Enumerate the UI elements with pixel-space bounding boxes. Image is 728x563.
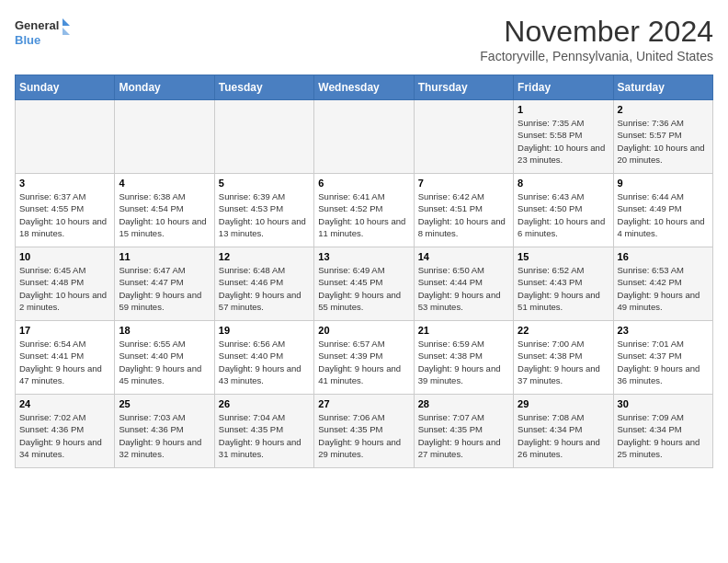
day-number: 4 [119, 178, 210, 189]
day-number: 24 [19, 398, 110, 409]
day-info: Sunrise: 7:03 AMSunset: 4:36 PMDaylight:… [119, 411, 210, 460]
calendar-cell [214, 100, 313, 174]
subtitle: Factoryville, Pennsylvania, United State… [480, 49, 713, 63]
calendar-cell: 18Sunrise: 6:55 AMSunset: 4:40 PMDayligh… [115, 321, 214, 395]
calendar-cell: 6Sunrise: 6:41 AMSunset: 4:52 PMDaylight… [314, 174, 414, 247]
day-info: Sunrise: 7:35 AMSunset: 5:58 PMDaylight:… [518, 117, 609, 166]
day-number: 29 [518, 398, 609, 409]
day-number: 5 [219, 178, 310, 189]
day-info: Sunrise: 6:54 AMSunset: 4:41 PMDaylight:… [19, 338, 110, 386]
calendar-cell: 19Sunrise: 6:56 AMSunset: 4:40 PMDayligh… [214, 321, 313, 395]
calendar-cell: 14Sunrise: 6:50 AMSunset: 4:44 PMDayligh… [414, 247, 513, 321]
header: General Blue November 2024 Factoryville,… [15, 15, 713, 63]
day-number: 15 [518, 251, 609, 262]
calendar-week-row: 3Sunrise: 6:37 AMSunset: 4:55 PMDaylight… [16, 174, 713, 247]
calendar-cell: 16Sunrise: 6:53 AMSunset: 4:42 PMDayligh… [613, 247, 712, 321]
day-number: 11 [119, 251, 210, 262]
day-of-week-header: Thursday [414, 75, 513, 100]
svg-marker-2 [63, 18, 70, 26]
calendar-cell: 22Sunrise: 7:00 AMSunset: 4:38 PMDayligh… [514, 321, 613, 395]
day-number: 28 [418, 398, 509, 409]
day-number: 12 [219, 251, 310, 262]
header-row: SundayMondayTuesdayWednesdayThursdayFrid… [16, 75, 713, 100]
day-number: 17 [19, 325, 110, 336]
day-number: 10 [19, 251, 110, 262]
calendar-cell: 5Sunrise: 6:39 AMSunset: 4:53 PMDaylight… [214, 174, 313, 247]
day-number: 23 [618, 325, 709, 336]
calendar-cell: 26Sunrise: 7:04 AMSunset: 4:35 PMDayligh… [214, 395, 313, 468]
day-info: Sunrise: 6:38 AMSunset: 4:54 PMDaylight:… [119, 190, 210, 239]
day-info: Sunrise: 7:08 AMSunset: 4:34 PMDaylight:… [518, 411, 609, 460]
calendar-cell: 8Sunrise: 6:43 AMSunset: 4:50 PMDaylight… [514, 174, 613, 247]
calendar-cell: 25Sunrise: 7:03 AMSunset: 4:36 PMDayligh… [115, 395, 214, 468]
day-of-week-header: Wednesday [314, 75, 414, 100]
day-info: Sunrise: 7:36 AMSunset: 5:57 PMDaylight:… [618, 117, 709, 166]
day-number: 26 [219, 398, 310, 409]
calendar-table: SundayMondayTuesdayWednesdayThursdayFrid… [15, 75, 713, 468]
day-of-week-header: Friday [514, 75, 613, 100]
calendar-cell: 4Sunrise: 6:38 AMSunset: 4:54 PMDaylight… [115, 174, 214, 247]
calendar-cell: 1Sunrise: 7:35 AMSunset: 5:58 PMDaylight… [514, 100, 613, 174]
day-of-week-header: Saturday [613, 75, 712, 100]
calendar-cell [314, 100, 414, 174]
calendar-cell: 20Sunrise: 6:57 AMSunset: 4:39 PMDayligh… [314, 321, 414, 395]
day-info: Sunrise: 6:49 AMSunset: 4:45 PMDaylight:… [318, 264, 409, 313]
svg-text:General: General [15, 18, 59, 32]
day-of-week-header: Tuesday [214, 75, 313, 100]
day-info: Sunrise: 6:41 AMSunset: 4:52 PMDaylight:… [318, 190, 409, 239]
calendar-cell: 23Sunrise: 7:01 AMSunset: 4:37 PMDayligh… [613, 321, 712, 395]
month-title: November 2024 [480, 15, 713, 49]
calendar-cell: 3Sunrise: 6:37 AMSunset: 4:55 PMDaylight… [16, 174, 115, 247]
day-number: 7 [418, 178, 509, 189]
calendar-cell: 15Sunrise: 6:52 AMSunset: 4:43 PMDayligh… [514, 247, 613, 321]
svg-text:Blue: Blue [15, 33, 40, 47]
calendar-cell: 13Sunrise: 6:49 AMSunset: 4:45 PMDayligh… [314, 247, 414, 321]
day-info: Sunrise: 6:48 AMSunset: 4:46 PMDaylight:… [219, 264, 310, 313]
day-info: Sunrise: 6:47 AMSunset: 4:47 PMDaylight:… [119, 264, 210, 313]
day-number: 18 [119, 325, 210, 336]
calendar-cell: 2Sunrise: 7:36 AMSunset: 5:57 PMDaylight… [613, 100, 712, 174]
day-info: Sunrise: 6:53 AMSunset: 4:42 PMDaylight:… [618, 264, 709, 313]
calendar-cell: 27Sunrise: 7:06 AMSunset: 4:35 PMDayligh… [314, 395, 414, 468]
svg-marker-3 [63, 28, 70, 35]
day-of-week-header: Monday [115, 75, 214, 100]
logo: General Blue [15, 15, 70, 55]
calendar-cell: 21Sunrise: 6:59 AMSunset: 4:38 PMDayligh… [414, 321, 513, 395]
day-number: 30 [618, 398, 709, 409]
day-info: Sunrise: 6:44 AMSunset: 4:49 PMDaylight:… [618, 190, 709, 239]
day-info: Sunrise: 6:56 AMSunset: 4:40 PMDaylight:… [219, 338, 310, 386]
calendar-week-row: 10Sunrise: 6:45 AMSunset: 4:48 PMDayligh… [16, 247, 713, 321]
day-number: 3 [19, 178, 110, 189]
calendar-week-row: 24Sunrise: 7:02 AMSunset: 4:36 PMDayligh… [16, 395, 713, 468]
calendar-cell: 24Sunrise: 7:02 AMSunset: 4:36 PMDayligh… [16, 395, 115, 468]
logo-svg: General Blue [15, 15, 70, 55]
day-number: 14 [418, 251, 509, 262]
day-number: 21 [418, 325, 509, 336]
day-number: 8 [518, 178, 609, 189]
day-info: Sunrise: 6:45 AMSunset: 4:48 PMDaylight:… [19, 264, 110, 313]
calendar-week-row: 1Sunrise: 7:35 AMSunset: 5:58 PMDaylight… [16, 100, 713, 174]
day-number: 25 [119, 398, 210, 409]
calendar-cell: 12Sunrise: 6:48 AMSunset: 4:46 PMDayligh… [214, 247, 313, 321]
calendar-cell: 9Sunrise: 6:44 AMSunset: 4:49 PMDaylight… [613, 174, 712, 247]
day-of-week-header: Sunday [16, 75, 115, 100]
calendar-cell [414, 100, 513, 174]
day-info: Sunrise: 6:55 AMSunset: 4:40 PMDaylight:… [119, 338, 210, 386]
day-info: Sunrise: 7:01 AMSunset: 4:37 PMDaylight:… [618, 338, 709, 386]
calendar-week-row: 17Sunrise: 6:54 AMSunset: 4:41 PMDayligh… [16, 321, 713, 395]
day-info: Sunrise: 6:52 AMSunset: 4:43 PMDaylight:… [518, 264, 609, 313]
day-info: Sunrise: 7:04 AMSunset: 4:35 PMDaylight:… [219, 411, 310, 460]
day-info: Sunrise: 7:06 AMSunset: 4:35 PMDaylight:… [318, 411, 409, 460]
day-info: Sunrise: 6:50 AMSunset: 4:44 PMDaylight:… [418, 264, 509, 313]
day-info: Sunrise: 7:07 AMSunset: 4:35 PMDaylight:… [418, 411, 509, 460]
calendar-cell: 29Sunrise: 7:08 AMSunset: 4:34 PMDayligh… [514, 395, 613, 468]
title-area: November 2024 Factoryville, Pennsylvania… [480, 15, 713, 63]
calendar-cell: 30Sunrise: 7:09 AMSunset: 4:34 PMDayligh… [613, 395, 712, 468]
day-number: 6 [318, 178, 409, 189]
day-info: Sunrise: 7:00 AMSunset: 4:38 PMDaylight:… [518, 338, 609, 386]
day-number: 1 [518, 104, 609, 115]
day-info: Sunrise: 6:57 AMSunset: 4:39 PMDaylight:… [318, 338, 409, 386]
calendar-cell: 17Sunrise: 6:54 AMSunset: 4:41 PMDayligh… [16, 321, 115, 395]
day-number: 2 [618, 104, 709, 115]
day-info: Sunrise: 6:37 AMSunset: 4:55 PMDaylight:… [19, 190, 110, 239]
